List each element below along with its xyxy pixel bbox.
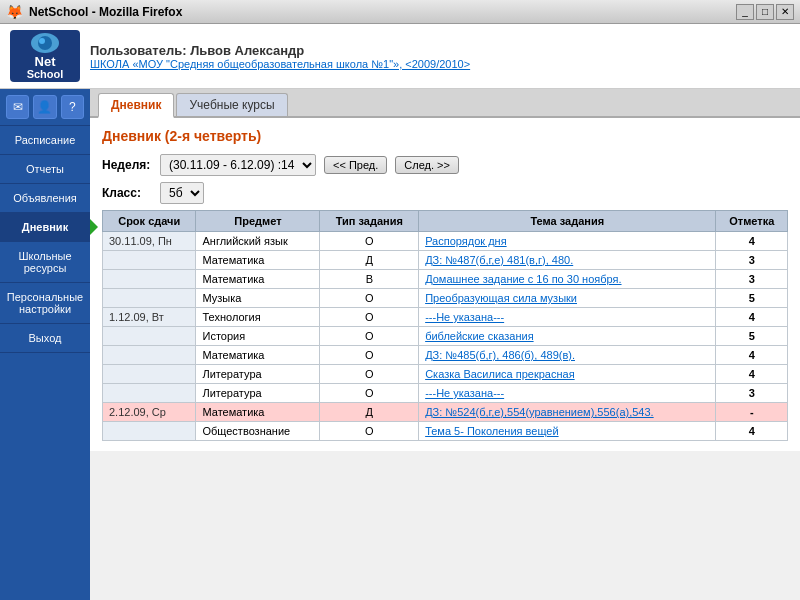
prev-week-button[interactable]: << Пред. (324, 156, 387, 174)
date-cell (103, 327, 196, 346)
main-content: Дневник Учебные курсы Дневник (2-я четве… (90, 89, 800, 600)
subject-cell: Музыка (196, 289, 320, 308)
subject-cell: История (196, 327, 320, 346)
topic-link[interactable]: библейские сказания (425, 330, 533, 342)
grade-table: Срок сдачи Предмет Тип задания Тема зада… (102, 210, 788, 441)
sidebar-item-schedule[interactable]: Расписание (0, 126, 90, 155)
type-cell: Д (320, 403, 419, 422)
sidebar-item-personal-settings[interactable]: Персональные настройки (0, 283, 90, 324)
sidebar-item-reports[interactable]: Отчеты (0, 155, 90, 184)
type-cell: Д (320, 251, 419, 270)
table-row: 2.12.09, СрМатематикаДДЗ: №524(б,г,е),55… (103, 403, 788, 422)
table-row: ЛитератураОСказка Василиса прекрасная4 (103, 365, 788, 384)
tab-diary[interactable]: Дневник (98, 93, 174, 118)
sidebar-item-announcements[interactable]: Объявления (0, 184, 90, 213)
topic-link[interactable]: Домашнее задание с 16 по 30 ноября. (425, 273, 621, 285)
minimize-button[interactable]: _ (736, 4, 754, 20)
table-row: ЛитератураО---Не указана---3 (103, 384, 788, 403)
subject-cell: Литература (196, 365, 320, 384)
topic-link[interactable]: ДЗ: №524(б,г,е),554(уравнением),556(а),5… (425, 406, 654, 418)
topic-link[interactable]: ДЗ: №485(б,г), 486(б), 489(в). (425, 349, 575, 361)
type-cell: О (320, 308, 419, 327)
class-label: Класс: (102, 186, 152, 200)
date-cell (103, 365, 196, 384)
mail-icon-button[interactable]: ✉ (6, 95, 29, 119)
week-label: Неделя: (102, 158, 152, 172)
subject-cell: Математика (196, 346, 320, 365)
col-subject: Предмет (196, 211, 320, 232)
logo-school: School (27, 68, 64, 80)
topic-cell: Домашнее задание с 16 по 30 ноября. (419, 270, 716, 289)
next-week-button[interactable]: След. >> (395, 156, 459, 174)
class-select[interactable]: 5б (160, 182, 204, 204)
topic-link[interactable]: Тема 5- Поколения вещей (425, 425, 558, 437)
grade-cell: 3 (716, 270, 788, 289)
table-row: ОбществознаниеОТема 5- Поколения вещей4 (103, 422, 788, 441)
titlebar-title: NetSchool - Mozilla Firefox (29, 5, 182, 19)
sidebar-item-logout[interactable]: Выход (0, 324, 90, 353)
help-icon-button[interactable]: ? (61, 95, 84, 119)
header-user: Пользователь: Львов Александр (90, 43, 470, 58)
subject-cell: Технология (196, 308, 320, 327)
type-cell: О (320, 327, 419, 346)
date-cell (103, 384, 196, 403)
grade-cell: 3 (716, 251, 788, 270)
type-cell: О (320, 232, 419, 251)
topic-link[interactable]: Распорядок дня (425, 235, 506, 247)
grade-cell: 4 (716, 232, 788, 251)
logo: Net School (10, 30, 80, 82)
topic-link[interactable]: Преобразующая сила музыки (425, 292, 577, 304)
topic-cell: ---Не указана--- (419, 308, 716, 327)
tab-courses[interactable]: Учебные курсы (176, 93, 287, 116)
maximize-button[interactable]: □ (756, 4, 774, 20)
table-row: МатематикаДДЗ: №487(б,г,е) 481(в,г), 480… (103, 251, 788, 270)
content-area: ✉ 👤 ? Расписание Отчеты Объявления Дневн… (0, 89, 800, 600)
type-cell: О (320, 384, 419, 403)
svg-point-1 (39, 38, 45, 44)
sidebar-item-diary[interactable]: Дневник (0, 213, 90, 242)
type-cell: О (320, 346, 419, 365)
logo-net: Net (35, 55, 56, 68)
table-header: Срок сдачи Предмет Тип задания Тема зада… (103, 211, 788, 232)
col-type: Тип задания (320, 211, 419, 232)
table-row: МузыкаОПреобразующая сила музыки5 (103, 289, 788, 308)
topic-link[interactable]: ---Не указана--- (425, 387, 504, 399)
content-body: Дневник (2-я четверть) Неделя: (30.11.09… (90, 118, 800, 451)
date-cell (103, 251, 196, 270)
titlebar: 🦊 NetSchool - Mozilla Firefox _ □ ✕ (0, 0, 800, 24)
header-info: Пользователь: Львов Александр ШКОЛА «МОУ… (90, 43, 470, 70)
date-cell (103, 422, 196, 441)
browser-icon: 🦊 (6, 4, 23, 20)
sidebar-icons: ✉ 👤 ? (0, 89, 90, 126)
table-row: МатематикаОДЗ: №485(б,г), 486(б), 489(в)… (103, 346, 788, 365)
type-cell: В (320, 270, 419, 289)
topic-cell: Преобразующая сила музыки (419, 289, 716, 308)
table-row: 1.12.09, ВтТехнологияО---Не указана---4 (103, 308, 788, 327)
active-arrow-icon (90, 219, 98, 235)
table-body: 30.11.09, ПнАнглийский языкОРаспорядок д… (103, 232, 788, 441)
topic-link[interactable]: Сказка Василиса прекрасная (425, 368, 575, 380)
user-icon-button[interactable]: 👤 (33, 95, 56, 119)
topic-cell: библейские сказания (419, 327, 716, 346)
week-controls: Неделя: (30.11.09 - 6.12.09) :14 << Пред… (102, 154, 788, 176)
topic-link[interactable]: ---Не указана--- (425, 311, 504, 323)
topic-cell: Распорядок дня (419, 232, 716, 251)
topic-cell: Сказка Василиса прекрасная (419, 365, 716, 384)
close-button[interactable]: ✕ (776, 4, 794, 20)
grade-cell: 3 (716, 384, 788, 403)
sidebar-item-school-resources[interactable]: Школьные ресурсы (0, 242, 90, 283)
grade-cell: - (716, 403, 788, 422)
topic-cell: ДЗ: №487(б,г,е) 481(в,г), 480. (419, 251, 716, 270)
grade-cell: 5 (716, 289, 788, 308)
grade-cell: 5 (716, 327, 788, 346)
subject-cell: Литература (196, 384, 320, 403)
page-title: Дневник (2-я четверть) (102, 128, 788, 144)
type-cell: О (320, 289, 419, 308)
topic-link[interactable]: ДЗ: №487(б,г,е) 481(в,г), 480. (425, 254, 573, 266)
week-select[interactable]: (30.11.09 - 6.12.09) :14 (160, 154, 316, 176)
top-header: Net School Пользователь: Львов Александр… (0, 24, 800, 89)
topic-cell: ДЗ: №524(б,г,е),554(уравнением),556(а),5… (419, 403, 716, 422)
header-school[interactable]: ШКОЛА «МОУ "Средняя общеобразовательная … (90, 58, 470, 70)
grade-cell: 4 (716, 422, 788, 441)
grade-cell: 4 (716, 308, 788, 327)
